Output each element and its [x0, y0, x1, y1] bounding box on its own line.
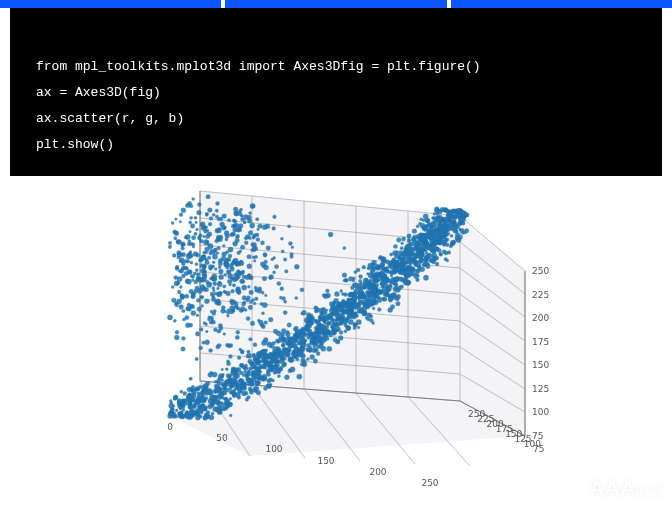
svg-point-1709 — [445, 227, 448, 230]
svg-point-1603 — [354, 289, 359, 294]
svg-point-1504 — [369, 279, 373, 283]
svg-point-2128 — [227, 279, 232, 284]
svg-point-1386 — [343, 279, 346, 282]
svg-point-1981 — [288, 225, 291, 228]
svg-point-2072 — [200, 278, 204, 282]
svg-point-1983 — [208, 208, 213, 213]
svg-point-1363 — [178, 415, 181, 418]
svg-point-2085 — [236, 227, 241, 232]
svg-point-1315 — [225, 388, 229, 392]
svg-point-1069 — [372, 307, 375, 310]
svg-point-1491 — [442, 240, 446, 244]
svg-point-2050 — [204, 287, 208, 291]
svg-point-1633 — [357, 306, 362, 311]
svg-point-1418 — [264, 366, 267, 369]
svg-point-1473 — [294, 349, 297, 352]
svg-point-1919 — [281, 250, 284, 253]
svg-point-1768 — [224, 274, 227, 277]
svg-text:225: 225 — [532, 290, 549, 300]
svg-point-2000 — [236, 330, 240, 334]
svg-point-1641 — [317, 325, 321, 329]
svg-point-840 — [365, 278, 368, 281]
svg-point-1451 — [418, 265, 421, 268]
svg-point-1923 — [186, 279, 191, 284]
svg-point-1738 — [175, 218, 178, 221]
svg-point-612 — [229, 414, 232, 417]
svg-point-1231 — [315, 348, 319, 352]
svg-point-2189 — [262, 312, 265, 315]
svg-point-994 — [460, 228, 464, 232]
svg-point-346 — [267, 384, 272, 389]
svg-point-1792 — [195, 269, 198, 272]
svg-point-2168 — [201, 225, 206, 230]
svg-point-1611 — [181, 402, 184, 405]
svg-point-1302 — [353, 327, 356, 330]
svg-point-1761 — [232, 284, 235, 287]
svg-point-1223 — [334, 292, 339, 297]
svg-point-2041 — [247, 274, 252, 279]
svg-point-2124 — [177, 251, 182, 256]
svg-point-996 — [357, 283, 361, 287]
svg-point-1536 — [363, 311, 368, 316]
svg-point-1517 — [233, 383, 238, 388]
svg-point-2105 — [227, 219, 230, 222]
svg-point-2026 — [246, 317, 250, 321]
svg-point-1789 — [167, 315, 172, 320]
svg-point-2170 — [264, 264, 267, 267]
svg-point-2104 — [215, 268, 218, 271]
svg-point-737 — [357, 326, 360, 329]
svg-point-2023 — [223, 285, 226, 288]
svg-point-2110 — [206, 282, 211, 287]
svg-point-1156 — [401, 237, 405, 241]
svg-point-2151 — [218, 266, 221, 269]
svg-point-1526 — [397, 238, 402, 243]
svg-point-2092 — [262, 276, 267, 281]
svg-point-2199 — [179, 213, 183, 217]
svg-point-710 — [226, 360, 229, 363]
svg-point-1947 — [252, 256, 255, 259]
svg-point-1463 — [433, 241, 437, 245]
svg-point-904 — [277, 375, 280, 378]
svg-point-1715 — [452, 227, 455, 230]
svg-point-1707 — [188, 393, 191, 396]
svg-point-1963 — [257, 319, 260, 322]
svg-point-1284 — [370, 271, 373, 274]
svg-point-2221 — [202, 267, 206, 271]
svg-point-921 — [390, 293, 395, 298]
svg-point-1373 — [339, 331, 343, 335]
watermark-suffix: 教育 — [636, 482, 664, 498]
svg-point-2086 — [217, 287, 220, 290]
svg-point-1238 — [221, 391, 225, 395]
svg-point-1676 — [422, 243, 425, 246]
svg-point-1588 — [235, 373, 240, 378]
svg-point-1962 — [249, 338, 253, 342]
svg-point-2211 — [174, 335, 179, 340]
svg-point-1915 — [216, 252, 219, 255]
svg-point-1617 — [234, 369, 238, 373]
svg-point-419 — [400, 247, 403, 250]
svg-point-2195 — [227, 270, 231, 274]
svg-point-1593 — [303, 360, 307, 364]
svg-point-2228 — [191, 236, 195, 240]
svg-point-512 — [433, 213, 436, 216]
svg-point-1501 — [249, 361, 254, 366]
svg-point-2117 — [250, 204, 255, 209]
svg-point-1271 — [310, 355, 315, 360]
svg-point-1042 — [381, 297, 385, 301]
scatter-3d-plot: 75100125150175200225250 7510012515017520… — [130, 186, 560, 506]
svg-point-1346 — [296, 357, 300, 361]
svg-point-1982 — [187, 303, 191, 307]
svg-point-1808 — [179, 305, 184, 310]
svg-point-1531 — [404, 274, 408, 278]
svg-point-1837 — [272, 227, 276, 231]
svg-point-2108 — [218, 281, 221, 284]
svg-point-1920 — [252, 237, 255, 240]
svg-point-1668 — [452, 240, 456, 244]
svg-point-2160 — [175, 265, 179, 269]
svg-point-1367 — [416, 274, 419, 277]
svg-point-1597 — [203, 408, 206, 411]
svg-point-1730 — [422, 238, 426, 242]
svg-point-1070 — [211, 412, 214, 415]
code-block: from mpl_toolkits.mplot3d import Axes3Df… — [10, 8, 662, 176]
svg-point-1833 — [248, 305, 253, 310]
